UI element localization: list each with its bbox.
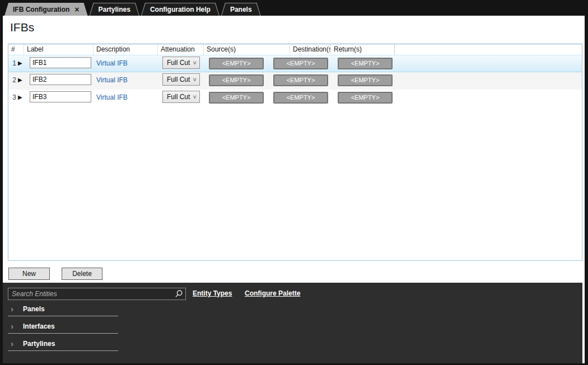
attenuation-value: Full Cut (167, 93, 190, 101)
table-row[interactable]: 3 ▶ Virtual IFB Full Cut ˅ <EMPTY> <EMPT… (8, 90, 582, 107)
main-content: IFBs # Label Description Attenuation Sou… (3, 16, 585, 363)
search-icon (174, 289, 183, 298)
tab-ifb-configuration[interactable]: IFB Configuration × (4, 3, 88, 16)
chevron-right-icon: › (11, 321, 13, 332)
column-header-attenuation: Attenuation (158, 44, 204, 55)
row-expander-icon[interactable]: ▶ (18, 92, 22, 103)
description-text: Virtual IFB (96, 92, 128, 103)
section-label: Interfaces (23, 322, 55, 331)
returns-button[interactable]: <EMPTY> (338, 74, 393, 86)
sources-button[interactable]: <EMPTY> (209, 74, 264, 86)
configure-palette-link[interactable]: Configure Palette (245, 289, 300, 297)
chevron-down-icon: ˅ (193, 74, 197, 85)
palette-section-partylines[interactable]: › Partylines (8, 336, 118, 351)
chevron-right-icon: › (11, 338, 13, 349)
search-box (8, 288, 186, 300)
sources-button[interactable]: <EMPTY> (209, 92, 264, 104)
table-row[interactable]: 2 ▶ Virtual IFB Full Cut ˅ <EMPTY> <EMPT… (8, 72, 582, 90)
tab-label: IFB Configuration (13, 6, 69, 13)
ifb-table: # Label Description Attenuation Source(s… (8, 44, 582, 261)
tab-label: Panels (222, 3, 260, 16)
column-header-label: Label (24, 44, 94, 55)
column-header-filler (395, 44, 582, 55)
column-header-destinations: Destination(s) (290, 44, 331, 55)
row-expander-icon[interactable]: ▶ (18, 58, 22, 69)
row-expander-icon[interactable]: ▶ (18, 74, 22, 86)
description-text: Virtual IFB (96, 74, 128, 86)
search-input[interactable] (8, 288, 186, 300)
tab-panels[interactable]: Panels (221, 3, 261, 16)
label-input[interactable] (30, 74, 91, 85)
destinations-button[interactable]: <EMPTY> (273, 58, 328, 69)
attenuation-value: Full Cut (167, 59, 190, 67)
entity-types-link[interactable]: Entity Types (193, 289, 232, 297)
label-input[interactable] (30, 91, 91, 102)
palette-section-panels[interactable]: › Panels (8, 302, 118, 316)
column-header-description: Description (94, 44, 158, 55)
close-icon[interactable]: × (74, 7, 79, 12)
page-title: IFBs (10, 21, 34, 34)
attenuation-select[interactable]: Full Cut ˅ (162, 57, 200, 69)
returns-button[interactable]: <EMPTY> (338, 58, 393, 69)
destinations-button[interactable]: <EMPTY> (273, 74, 328, 86)
row-number: 3 (8, 92, 16, 103)
attenuation-select[interactable]: Full Cut ˅ (162, 73, 200, 86)
destinations-button[interactable]: <EMPTY> (273, 92, 328, 104)
new-button[interactable]: New (8, 268, 50, 280)
chevron-down-icon: ˅ (193, 91, 197, 102)
tab-label: Partylines (90, 3, 139, 16)
section-label: Panels (23, 305, 45, 313)
column-header-num: # (8, 44, 24, 55)
row-number: 1 (8, 58, 16, 69)
column-header-returns: Return(s) (331, 44, 395, 55)
table-header-row: # Label Description Attenuation Source(s… (8, 44, 582, 55)
attenuation-value: Full Cut (167, 76, 190, 83)
tab-label: Configuration Help (142, 3, 219, 16)
tab-configuration-help[interactable]: Configuration Help (141, 3, 220, 16)
sources-button[interactable]: <EMPTY> (209, 58, 264, 69)
palette-section-interfaces[interactable]: › Interfaces (8, 319, 118, 334)
chevron-down-icon: ˅ (193, 57, 197, 68)
delete-button[interactable]: Delete (62, 268, 102, 280)
returns-button[interactable]: <EMPTY> (338, 92, 393, 104)
attenuation-select[interactable]: Full Cut ˅ (162, 91, 200, 103)
description-text: Virtual IFB (96, 58, 128, 69)
tab-partylines[interactable]: Partylines (90, 3, 139, 16)
entity-palette-panel: Entity Types Configure Palette › Panels … (3, 283, 582, 363)
column-header-sources: Source(s) (204, 44, 290, 55)
chevron-right-icon: › (11, 303, 13, 315)
tab-bar: IFB Configuration × Partylines Configura… (0, 0, 588, 16)
row-number: 2 (8, 74, 16, 86)
section-label: Partylines (23, 339, 55, 348)
label-input[interactable] (30, 57, 91, 68)
table-row[interactable]: 1 ▶ Virtual IFB Full Cut ˅ <EMPTY> <EMPT… (8, 55, 582, 72)
